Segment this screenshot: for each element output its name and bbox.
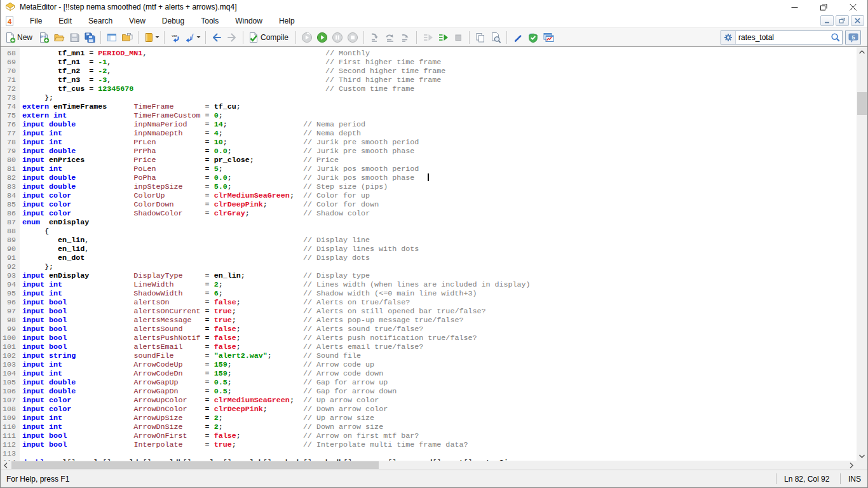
continue-button[interactable] xyxy=(435,30,451,45)
code-line[interactable]: 99input bool alertsSound = false; // Ale… xyxy=(1,325,857,334)
code-line[interactable]: 89 en_lin, // Display line xyxy=(1,236,857,245)
code-line[interactable]: 79input double PrPha = 0.0; // Jurik pre… xyxy=(1,147,857,156)
menu-tools[interactable]: Tools xyxy=(193,14,227,27)
code-line[interactable]: 102input string soundFile = "alert2.wav"… xyxy=(1,351,857,360)
code-line[interactable]: 84input color ColorUp = clrMediumSeaGree… xyxy=(1,191,857,200)
goto-function-button[interactable]: f xyxy=(183,30,202,45)
step-into-button[interactable] xyxy=(367,30,383,45)
navigate-forward-button xyxy=(224,30,240,45)
menu-file[interactable]: File xyxy=(22,14,50,27)
vertical-scrollbar[interactable] xyxy=(857,47,867,461)
vertical-scroll-thumb[interactable] xyxy=(857,92,867,115)
horizontal-scrollbar[interactable] xyxy=(1,461,867,470)
code-line[interactable]: 110input int ArrowDnSize = 2; // Down ar… xyxy=(1,423,857,431)
code-line[interactable]: 95input int ShadowWidth = 6; // Shadow w… xyxy=(1,289,857,298)
code-line[interactable]: 105input double ArrowGapUp = 0.5; // Gap… xyxy=(1,378,857,387)
code-line[interactable]: 81input int PoLen = 5; // Jurik pos smoo… xyxy=(1,165,857,173)
virtual-hosting-button[interactable] xyxy=(526,30,541,45)
menu-window[interactable]: Window xyxy=(227,14,271,27)
code-line[interactable]: 94input int LineWidth = 2; // Lines widt… xyxy=(1,280,857,289)
code-line[interactable]: 108input color ArrowDnColor = clrDeepPin… xyxy=(1,405,857,414)
code-line[interactable]: 98input bool alertsMessage = true; // Al… xyxy=(1,316,857,325)
code-line[interactable]: 82input double PoPha = 0.0; // Jurik pos… xyxy=(1,173,857,182)
document-restore-button[interactable] xyxy=(836,15,849,26)
code-line[interactable]: 75extern int TimeFrameCustom = 0; xyxy=(1,111,857,120)
open-file-button[interactable] xyxy=(51,30,67,45)
window-restore-button[interactable] xyxy=(809,0,838,14)
scroll-left-button[interactable] xyxy=(1,461,11,470)
dropdown-caret-icon[interactable] xyxy=(196,36,201,39)
code-editor[interactable]: 68 tf_mn1 = PERIOD_MN1, // Monthly69 tf_… xyxy=(1,47,857,461)
code-line[interactable]: 100input bool alertsPushNotif = false; /… xyxy=(1,334,857,342)
search-submit-button[interactable] xyxy=(828,32,842,43)
code-line[interactable]: 83input double inpStepSize = 5.0; // Ste… xyxy=(1,182,857,191)
code-line[interactable]: 104input int ArrowCodeDn = 159; // Arrow… xyxy=(1,369,857,378)
code-line[interactable]: 73 }; xyxy=(1,93,857,102)
code-line[interactable]: 107input color ArrowUpColor = clrMediumS… xyxy=(1,396,857,405)
code-line[interactable]: 69 tf_n1 = -1, // First higher time fram… xyxy=(1,58,857,67)
print-preview-button[interactable] xyxy=(488,30,503,45)
code-line[interactable]: 80input enPrices Price = pr_close; // Pr… xyxy=(1,156,857,165)
navigator-button[interactable] xyxy=(119,30,135,45)
open-chart-button[interactable] xyxy=(541,30,556,45)
code-line[interactable]: 87enum enDisplay xyxy=(1,218,857,227)
window-close-button[interactable] xyxy=(838,0,867,14)
dropdown-caret-icon[interactable] xyxy=(155,36,159,39)
new-file-button[interactable]: New xyxy=(3,30,36,45)
code-line[interactable]: 71 tf_n3 = -3, // Third higher time fram… xyxy=(1,76,857,85)
code-line[interactable]: 111input bool ArrowOnFirst = false; // A… xyxy=(1,431,857,440)
code-line[interactable]: 96input bool alertsOn = false; // Alerts… xyxy=(1,298,857,307)
compile-button[interactable]: Compile xyxy=(247,30,292,45)
copy-button[interactable] xyxy=(473,30,488,45)
horizontal-scroll-track[interactable] xyxy=(11,461,846,470)
code-line[interactable]: 97input bool alertsOnCurrent = true; // … xyxy=(1,307,857,316)
code-line[interactable]: 74extern enTimeFrames TimeFrame = tf_cu; xyxy=(1,102,857,111)
code-line[interactable]: 88 { xyxy=(1,227,857,236)
step-out-button[interactable] xyxy=(398,30,413,45)
menu-debug[interactable]: Debug xyxy=(154,14,193,27)
code-line[interactable]: 78input int PrLen = 10; // Jurik pre smo… xyxy=(1,138,857,147)
search-settings-button[interactable] xyxy=(721,31,736,44)
scroll-down-button[interactable] xyxy=(857,451,867,461)
horizontal-scroll-thumb[interactable] xyxy=(11,461,379,469)
menu-search[interactable]: Search xyxy=(80,14,121,27)
search-input[interactable] xyxy=(736,33,828,42)
code-line[interactable]: 106input double ArrowGapDn = 0.5; // Gap… xyxy=(1,387,857,396)
code-line[interactable]: 72 tf_cus = 12345678 // Custom time fram… xyxy=(1,85,857,93)
new-project-button[interactable]: proj xyxy=(36,30,51,45)
code-line[interactable]: 103input int ArrowCodeUp = 159; // Arrow… xyxy=(1,360,857,369)
code-line[interactable]: 68 tf_mn1 = PERIOD_MN1, // Monthly xyxy=(1,49,857,58)
code-line[interactable]: 70 tf_n2 = -2, // Second higher time fra… xyxy=(1,67,857,76)
code-line[interactable]: 76input double inpNmaPeriod = 14; // Nem… xyxy=(1,120,857,129)
step-over-button[interactable] xyxy=(383,30,398,45)
document-close-button[interactable] xyxy=(851,15,864,26)
reference-book-button[interactable] xyxy=(142,30,161,45)
document-minimize-button[interactable] xyxy=(820,15,834,26)
code-line[interactable]: 93input enDisplay DisplayType = en_lin; … xyxy=(1,271,857,280)
mql5-community-button[interactable]: 5 xyxy=(845,30,861,44)
menu-edit[interactable]: Edit xyxy=(50,14,80,27)
toggle-toolbox-button[interactable] xyxy=(104,30,119,45)
code-line[interactable]: 92 }; xyxy=(1,262,857,271)
code-line[interactable]: 91 en_dot // Display dots xyxy=(1,254,857,262)
code-line[interactable]: 77input int inpNmaDepth = 4; // Nema dep… xyxy=(1,129,857,138)
code-line[interactable]: 85input color ColorDown = clrDeepPink; /… xyxy=(1,200,857,209)
window-minimize-button[interactable] xyxy=(780,0,809,14)
menu-view[interactable]: View xyxy=(121,14,154,27)
save-all-button[interactable] xyxy=(82,30,97,45)
menu-help[interactable]: Help xyxy=(271,14,303,27)
navigate-back-button[interactable] xyxy=(209,30,224,45)
vertical-scroll-track[interactable] xyxy=(857,57,867,451)
code-line[interactable]: 86input color ShadowColor = clrGray; // … xyxy=(1,209,857,218)
styler-button[interactable] xyxy=(510,30,526,45)
code-line[interactable]: 112input bool Interpolate = true; // Int… xyxy=(1,440,857,449)
line-number: 82 xyxy=(1,173,20,182)
code-line[interactable]: 101input bool alertsEmail = false; // Al… xyxy=(1,342,857,351)
code-line[interactable]: 113 xyxy=(1,449,857,458)
scroll-right-button[interactable] xyxy=(846,461,857,470)
code-line[interactable]: 109input int ArrowUpSize = 2; // Up arro… xyxy=(1,414,857,423)
scroll-up-button[interactable] xyxy=(857,47,867,57)
start-debugging-button[interactable] xyxy=(315,30,330,45)
code-line[interactable]: 90 en_lid, // Display lines with dots xyxy=(1,245,857,254)
goto-variable-button[interactable]: var xyxy=(168,30,183,45)
